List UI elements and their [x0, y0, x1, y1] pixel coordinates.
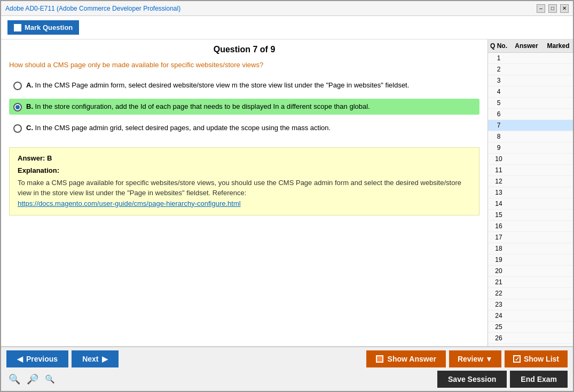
sidebar-row[interactable]: 6	[488, 109, 573, 120]
sidebar-answer-header: Answer	[509, 39, 544, 52]
sidebar-q-number: 21	[488, 277, 509, 287]
sidebar-marked-cell	[544, 254, 573, 265]
close-button[interactable]: ✕	[560, 4, 569, 13]
sidebar-q-number: 13	[488, 187, 509, 198]
end-exam-button[interactable]: End Exam	[510, 371, 568, 388]
window-controls: – □ ✕	[537, 4, 569, 13]
sidebar-q-number: 11	[488, 165, 509, 175]
sidebar-marked-cell	[544, 266, 573, 276]
sidebar-answer-cell	[509, 277, 544, 287]
sidebar-answer-cell	[509, 210, 544, 220]
explanation-label: Explanation:	[18, 166, 471, 174]
sidebar-marked-cell	[544, 221, 573, 231]
sidebar-marked-cell	[544, 142, 573, 153]
zoom-out-button[interactable]: 🔍	[6, 372, 22, 386]
sidebar-answer-cell	[509, 131, 544, 142]
mark-question-label: Mark Question	[25, 23, 73, 31]
sidebar-answer-cell	[509, 109, 544, 119]
review-button[interactable]: Review ▼	[449, 350, 501, 367]
sidebar-answer-cell	[509, 176, 544, 187]
sidebar-marked-cell	[544, 288, 573, 299]
mark-question-button[interactable]: Mark Question	[7, 20, 79, 35]
sidebar-answer-cell	[509, 266, 544, 276]
show-list-button[interactable]: Show List	[505, 350, 568, 367]
sidebar-row[interactable]: 25	[488, 322, 573, 333]
sidebar-marked-cell	[544, 187, 573, 198]
sidebar-row[interactable]: 9	[488, 142, 573, 154]
sidebar-answer-cell	[509, 243, 544, 254]
sidebar-row[interactable]: 21	[488, 277, 573, 288]
bottom-row2: 🔍 🔎 🔍 Save Session End Exam	[6, 371, 568, 388]
show-list-checkbox-icon	[513, 355, 521, 363]
sidebar-q-number: 14	[488, 198, 509, 209]
sidebar-row[interactable]: 7	[488, 120, 573, 131]
sidebar-answer-cell	[509, 98, 544, 108]
right-buttons: Save Session End Exam	[437, 371, 568, 388]
sidebar-answer-cell	[509, 221, 544, 231]
sidebar-q-number: 19	[488, 254, 509, 265]
sidebar-row[interactable]: 5	[488, 98, 573, 109]
sidebar-row[interactable]: 22	[488, 288, 573, 299]
save-session-button[interactable]: Save Session	[437, 371, 507, 388]
sidebar-row[interactable]: 10	[488, 154, 573, 165]
toolbar: Mark Question	[1, 16, 573, 39]
sidebar-marked-cell	[544, 198, 573, 209]
sidebar-marked-cell	[544, 322, 573, 332]
answer-title: Answer: B	[18, 154, 471, 162]
sidebar-row[interactable]: 24	[488, 310, 573, 322]
mark-checkbox-icon	[14, 24, 21, 31]
minimize-button[interactable]: –	[537, 4, 545, 13]
sidebar-row[interactable]: 11	[488, 165, 573, 176]
sidebar-q-number: 9	[488, 142, 509, 153]
show-answer-button[interactable]: Show Answer	[366, 350, 446, 367]
sidebar-row[interactable]: 15	[488, 210, 573, 221]
sidebar-marked-cell	[544, 243, 573, 254]
sidebar-row[interactable]: 17	[488, 232, 573, 243]
sidebar-row[interactable]: 26	[488, 333, 573, 344]
sidebar-row[interactable]: 3	[488, 75, 573, 86]
sidebar-answer-cell	[509, 75, 544, 86]
sidebar-row[interactable]: 14	[488, 198, 573, 210]
sidebar-q-number: 8	[488, 131, 509, 142]
sidebar-answer-cell	[509, 154, 544, 164]
sidebar-marked-cell	[544, 165, 573, 175]
sidebar-row[interactable]: 18	[488, 243, 573, 254]
next-button[interactable]: Next ▶	[72, 350, 118, 367]
sidebar-q-number: 22	[488, 288, 509, 299]
sidebar-marked-cell	[544, 98, 573, 108]
sidebar-row[interactable]: 16	[488, 221, 573, 232]
sidebar-header: Q No. Answer Marked	[488, 39, 573, 53]
sidebar-answer-cell	[509, 254, 544, 265]
zoom-reset-button[interactable]: 🔎	[25, 372, 41, 386]
option-a-radio[interactable]	[13, 82, 22, 90]
option-c-radio[interactable]	[13, 124, 22, 133]
sidebar-row[interactable]: 1	[488, 53, 573, 64]
sidebar-marked-cell	[544, 64, 573, 75]
previous-button[interactable]: ◀ Previous	[6, 350, 68, 367]
sidebar-q-number: 12	[488, 176, 509, 187]
sidebar-list: 1 2 3 4 5 6 7 8	[488, 53, 573, 346]
answer-link[interactable]: https://docs.magento.com/user-guide/cms/…	[18, 199, 241, 207]
sidebar-answer-cell	[509, 288, 544, 299]
sidebar-row[interactable]: 20	[488, 266, 573, 277]
sidebar-answer-cell	[509, 120, 544, 131]
sidebar-row[interactable]: 12	[488, 176, 573, 187]
option-b[interactable]: B. In the store configuration, add the I…	[9, 99, 479, 115]
sidebar-q-number: 24	[488, 310, 509, 321]
sidebar-row[interactable]: 4	[488, 86, 573, 98]
option-c-text: C. In the CMS page admin grid, select de…	[26, 123, 331, 133]
sidebar-row[interactable]: 13	[488, 187, 573, 198]
sidebar-q-number: 20	[488, 266, 509, 276]
sidebar-q-number: 15	[488, 210, 509, 220]
option-a[interactable]: A. In the CMS Page admin form, select de…	[9, 77, 479, 93]
zoom-in-button[interactable]: 🔍	[43, 373, 57, 385]
restore-button[interactable]: □	[548, 4, 557, 13]
sidebar-row[interactable]: 8	[488, 131, 573, 142]
option-b-radio[interactable]	[13, 103, 22, 111]
sidebar-answer-cell	[509, 187, 544, 198]
sidebar-row[interactable]: 19	[488, 254, 573, 266]
option-c[interactable]: C. In the CMS page admin grid, select de…	[9, 120, 479, 136]
sidebar-row[interactable]: 2	[488, 64, 573, 75]
sidebar-row[interactable]: 23	[488, 299, 573, 310]
option-a-text: A. In the CMS Page admin form, select de…	[26, 81, 409, 90]
